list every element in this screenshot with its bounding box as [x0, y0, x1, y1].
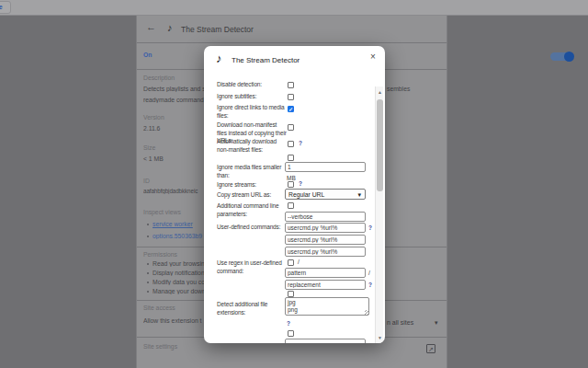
ignore-subtitles-checkbox[interactable] — [288, 94, 294, 100]
min-size-input[interactable] — [285, 162, 366, 172]
scroll-down-icon[interactable]: ▼ — [376, 335, 384, 340]
user-command-input-2[interactable] — [285, 235, 366, 245]
enabled-state-label: On — [143, 52, 152, 58]
option-label: Disable detection: — [217, 81, 287, 89]
bullet — [147, 291, 149, 293]
option-label: Ignore streams: — [217, 181, 287, 190]
download-non-manifest-checkbox[interactable] — [288, 124, 294, 131]
selected-option: Regular URL — [288, 191, 324, 198]
description-line2: readymade command — [143, 97, 204, 103]
inspect-view-options-link[interactable]: options.550363b9 — [153, 233, 206, 239]
extension-enabled-toggle[interactable] — [550, 52, 573, 61]
external-link-icon[interactable]: ↗ — [426, 344, 435, 353]
permission-item: Display notification — [153, 270, 206, 276]
regex-open-slash: / — [298, 259, 300, 265]
option-label: User-defined commands: — [217, 224, 287, 232]
update-button[interactable]: Update — [0, 1, 11, 14]
ignore-streams-checkbox[interactable] — [288, 181, 294, 188]
site-access-allow-text: Allow this extension t — [143, 317, 204, 324]
chevron-down-icon: ▾ — [357, 190, 361, 200]
inspect-view-service-worker-link[interactable]: service worker — [153, 221, 193, 227]
help-icon[interactable]: ? — [299, 140, 302, 146]
bullet — [147, 282, 149, 283]
permission-item: Read your browsin — [153, 260, 206, 267]
option-label: Ignore direct links to media files: — [217, 104, 287, 120]
id-label: ID — [143, 178, 150, 184]
regex-separator-slash: / — [368, 270, 370, 276]
dialog-extension-icon: ♪ — [216, 52, 222, 65]
option-label: Automatically download non-manifest file… — [217, 138, 287, 154]
option-label: Additional command line parameters: — [217, 202, 287, 218]
additional-params-enable-checkbox[interactable] — [288, 202, 294, 209]
dialog-title: The Stream Detector — [232, 56, 300, 64]
option-label: Detect additional file extensions: — [217, 301, 287, 316]
bullet — [147, 236, 149, 237]
header-divider — [137, 42, 447, 43]
version-label: Version — [143, 114, 164, 121]
option-label: Copy stream URL as: — [217, 191, 287, 200]
extension-icon: ♪ — [167, 22, 173, 33]
user-command-input-3[interactable] — [285, 247, 366, 257]
back-arrow-icon[interactable]: ← — [146, 21, 156, 32]
regex-pattern-input[interactable] — [285, 268, 366, 278]
close-icon[interactable]: × — [370, 52, 376, 62]
ignore-direct-links-checkbox[interactable]: ✓ — [288, 106, 294, 112]
scrollbar-thumb[interactable] — [377, 99, 383, 191]
id-value: aafahbfgbjdadbkkneic — [143, 188, 204, 194]
help-icon[interactable]: ? — [368, 224, 372, 231]
option-label: Ignore subtitles: — [217, 93, 287, 101]
auto-download-checkbox[interactable] — [288, 141, 294, 147]
description-line1: Detects playlists and s — [143, 86, 204, 92]
bullet — [147, 263, 149, 265]
site-access-select[interactable]: n all sites — [387, 319, 413, 326]
permissions-label: Permissions — [143, 251, 177, 258]
use-regex-checkbox[interactable] — [288, 259, 294, 266]
user-command-input-1[interactable] — [285, 223, 366, 233]
inspect-views-label: Inspect views — [143, 209, 181, 215]
permission-item: Manage your down — [153, 288, 206, 294]
size-value: < 1 MB — [143, 155, 164, 162]
description-line1-continued: sembles — [387, 86, 410, 92]
help-icon[interactable]: ? — [299, 180, 302, 187]
ignore-smaller-enable-checkbox[interactable] — [288, 155, 294, 161]
browser-toolbar: Update — [0, 0, 588, 16]
bottom-option-input[interactable] — [285, 339, 366, 343]
resize-grip[interactable] — [365, 310, 369, 315]
site-access-label: Site access — [143, 305, 175, 311]
bullet — [147, 272, 149, 274]
copy-stream-url-select[interactable]: Regular URL ▾ — [285, 189, 366, 200]
chevron-down-icon: ▾ — [435, 319, 438, 327]
size-label: Size — [143, 144, 155, 151]
help-icon[interactable]: ? — [287, 320, 290, 327]
regex-replacement-input[interactable] — [285, 280, 366, 290]
bottom-option-checkbox[interactable] — [288, 330, 294, 337]
extension-options-dialog: ♪ The Stream Detector × Disable detectio… — [204, 46, 385, 343]
page-title: The Stream Detector — [181, 25, 254, 34]
scroll-up-icon[interactable]: ▲ — [376, 89, 384, 95]
permission-item: Modify data you co — [153, 279, 206, 285]
version-value: 2.11.6 — [143, 125, 160, 132]
option-label: Ignore media files smaller than: — [217, 164, 287, 179]
detect-extensions-enable-checkbox[interactable] — [288, 291, 294, 297]
additional-params-input[interactable] — [285, 212, 366, 222]
disable-detection-checkbox[interactable] — [288, 82, 294, 88]
dialog-scrollbar[interactable]: ▲ ▼ — [375, 86, 383, 343]
bullet — [147, 224, 149, 225]
description-label: Description — [143, 75, 175, 81]
site-settings-label: Site settings — [143, 343, 177, 350]
file-extensions-textarea[interactable]: jpg png — [285, 297, 369, 316]
size-unit-label: MB — [287, 175, 296, 181]
option-label: Use regex in user-defined command: — [217, 259, 287, 275]
help-icon[interactable]: ? — [368, 282, 372, 288]
toggle-knob — [564, 52, 574, 62]
